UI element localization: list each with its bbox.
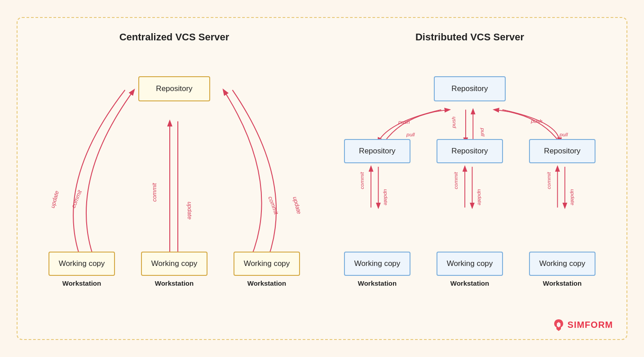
svg-text:commit: commit <box>546 172 552 189</box>
right-ws-label-3: Workstation <box>543 279 582 287</box>
right-mid-repo-1: Repository <box>344 139 410 163</box>
left-wc-3: Working copy <box>234 252 300 276</box>
simform-logo: SIMFORM <box>552 318 613 331</box>
svg-text:update: update <box>186 202 193 220</box>
left-ws-label-1: Workstation <box>62 279 101 287</box>
right-workstation-1: Working copy Workstation <box>344 252 410 287</box>
centralized-side: Centralized VCS Server <box>35 31 313 318</box>
svg-text:push: push <box>398 119 410 125</box>
svg-text:commit: commit <box>70 188 84 209</box>
svg-text:commit: commit <box>151 183 158 202</box>
svg-text:pull: pull <box>406 131 415 138</box>
left-wc-1: Working copy <box>49 252 115 276</box>
svg-text:update: update <box>291 196 303 215</box>
simform-brand-icon <box>552 318 565 331</box>
right-wc-1: Working copy <box>344 252 410 276</box>
svg-text:update: update <box>569 189 576 206</box>
svg-text:commit: commit <box>453 172 459 189</box>
centralized-title: Centralized VCS Server <box>119 31 229 43</box>
svg-text:pull: pull <box>480 127 486 136</box>
svg-text:commit: commit <box>267 196 280 216</box>
right-workstation-3: Working copy Workstation <box>529 252 595 287</box>
right-mid-repo-3: Repository <box>529 139 595 163</box>
left-ws-label-3: Workstation <box>247 279 286 287</box>
left-workstation-1: Working copy Workstation <box>49 252 115 287</box>
svg-text:pull: pull <box>559 131 568 138</box>
right-wc-2: Working copy <box>437 252 503 276</box>
left-ws-label-2: Workstation <box>155 279 194 287</box>
left-repository-box: Repository <box>138 76 210 101</box>
svg-text:update: update <box>49 190 60 209</box>
distributed-title: Distributed VCS Server <box>415 31 524 43</box>
right-ws-label-2: Workstation <box>450 279 489 287</box>
left-workstation-3: Working copy Workstation <box>234 252 300 287</box>
distributed-side: Distributed VCS Server <box>331 31 609 318</box>
right-workstation-2: Working copy Workstation <box>437 252 503 287</box>
right-mid-repo-2: Repository <box>437 139 503 163</box>
svg-text:push: push <box>450 116 457 128</box>
svg-text:update: update <box>476 189 483 206</box>
main-container: Centralized VCS Server <box>17 17 627 340</box>
svg-text:push: push <box>530 118 543 124</box>
left-wc-2: Working copy <box>141 252 207 276</box>
right-top-repository-box: Repository <box>434 76 506 101</box>
right-ws-label-1: Workstation <box>358 279 397 287</box>
svg-text:commit: commit <box>359 172 365 189</box>
svg-text:update: update <box>383 189 389 206</box>
simform-name: SIMFORM <box>568 320 613 330</box>
right-wc-3: Working copy <box>529 252 595 276</box>
left-workstation-2: Working copy Workstation <box>141 252 207 287</box>
